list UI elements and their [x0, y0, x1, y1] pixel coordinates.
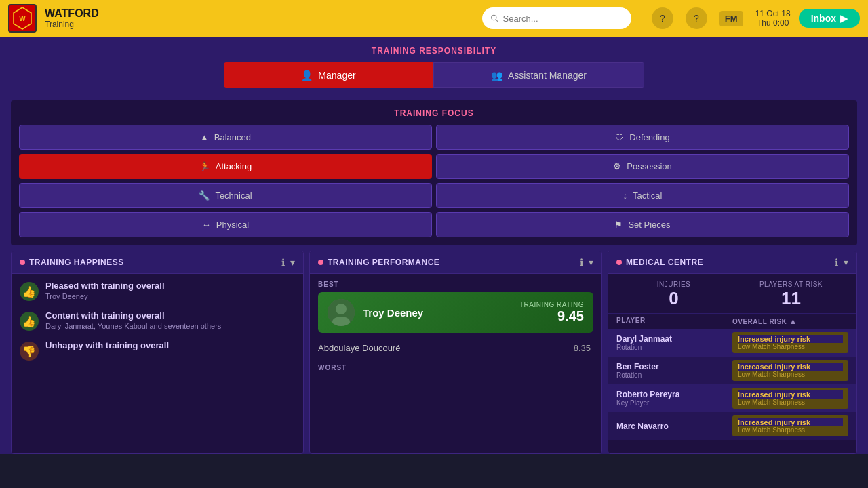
- happiness-dot: [20, 260, 25, 265]
- focus-defending[interactable]: 🛡 Defending: [436, 125, 849, 150]
- focus-technical[interactable]: 🔧 Technical: [19, 183, 432, 208]
- bottom-panels: TRAINING HAPPINESS ℹ ▾ 👍 Pleased with tr…: [11, 251, 857, 454]
- training-resp-title: TRAINING RESPONSIBILITY: [11, 46, 857, 56]
- player-col-header: PLAYER: [616, 317, 732, 326]
- medical-controls[interactable]: ℹ ▾: [835, 257, 848, 268]
- player-name-navarro: Marc Navarro: [616, 422, 732, 431]
- medical-collapse-icon[interactable]: ▾: [844, 257, 848, 268]
- risk-row-navarro: Marc Navarro Increased injury risk Low M…: [608, 412, 856, 440]
- performance-controls[interactable]: ℹ ▾: [580, 257, 593, 268]
- happiness-unhappy: 👎 Unhappy with training overall: [20, 340, 295, 361]
- balanced-icon: ▲: [200, 132, 209, 142]
- risk-col-header: OVERALL RISK ▲: [732, 317, 848, 326]
- best-player-avatar: [328, 299, 355, 326]
- search-bar[interactable]: [482, 7, 631, 29]
- assistant-manager-button[interactable]: 👥 Assistant Manager: [433, 62, 644, 88]
- fm-badge: FM: [719, 11, 743, 26]
- risk-status-navarro: Increased injury risk Low Match Sharpnes…: [732, 415, 848, 436]
- top-icons: ? ? FM 11 Oct 18 Thu 0:00: [652, 7, 791, 29]
- help-icon[interactable]: ?: [652, 7, 673, 29]
- player-score: 8.35: [574, 343, 591, 353]
- player-name-janmaat: Daryl Janmaat: [616, 334, 732, 344]
- best-player-name: Troy Deeney: [363, 307, 423, 319]
- tactical-icon: ↕: [623, 190, 628, 201]
- date-display: 11 Oct 18 Thu 0:00: [755, 9, 791, 28]
- risk-status-foster: Increased injury risk Low Match Sharpnes…: [732, 360, 848, 381]
- content-title: Content with training overall: [45, 310, 221, 321]
- performance-scroll[interactable]: Abdoulaye Doucouré 8.35: [318, 340, 593, 357]
- risk-row-pereyra: Roberto Pereyra Key Player Increased inj…: [608, 384, 856, 412]
- risk-status-pereyra: Increased injury risk Low Match Sharpnes…: [732, 388, 848, 409]
- possession-icon: ⚙: [613, 161, 621, 171]
- setpieces-icon: ⚑: [614, 220, 623, 230]
- svg-line-3: [496, 20, 498, 22]
- focus-attacking[interactable]: 🏃 Attacking: [19, 154, 432, 179]
- happiness-info-icon[interactable]: ℹ: [281, 257, 285, 268]
- medical-info-icon[interactable]: ℹ: [835, 257, 838, 268]
- svg-point-2: [491, 15, 496, 20]
- at-risk-label: PLAYERS AT RISK: [734, 281, 848, 288]
- at-risk-box: PLAYERS AT RISK 11: [734, 281, 848, 309]
- search-icon: [490, 14, 499, 23]
- focus-balanced[interactable]: ▲ Balanced: [19, 125, 432, 150]
- physical-icon: ↔: [202, 220, 211, 230]
- info-icon[interactable]: ?: [686, 7, 707, 29]
- unhappy-title: Unhappy with training overall: [45, 340, 169, 350]
- risk-rows: Daryl Janmaat Rotation Increased injury …: [608, 329, 856, 440]
- happiness-pleased: 👍 Pleased with training overall Troy Dee…: [20, 281, 295, 301]
- player-name: Abdoulaye Doucouré: [318, 343, 400, 353]
- focus-setpieces[interactable]: ⚑ Set Pieces: [436, 212, 849, 237]
- performance-body: BEST Troy Deeney TRAINING RATING 9.45: [310, 274, 601, 382]
- pleased-title: Pleased with training overall: [45, 281, 165, 291]
- attacking-icon: 🏃: [199, 161, 210, 171]
- club-name: WATFORD: [45, 7, 99, 20]
- injuries-label: INJURIES: [616, 281, 731, 288]
- performance-title: TRAINING PERFORMANCE: [318, 258, 439, 267]
- player-role-pereyra: Key Player: [616, 399, 732, 407]
- topbar: W WATFORD Training ? ? FM 11 Oct 18 Thu …: [0, 0, 868, 37]
- club-info: WATFORD Training: [45, 7, 99, 29]
- performance-collapse-icon[interactable]: ▾: [589, 257, 593, 268]
- happiness-header: TRAINING HAPPINESS ℹ ▾: [12, 251, 303, 274]
- performance-dot: [318, 260, 323, 265]
- performance-header: TRAINING PERFORMANCE ℹ ▾: [310, 251, 601, 274]
- focus-physical[interactable]: ↔ Physical: [19, 212, 432, 237]
- best-label: BEST: [318, 281, 593, 288]
- happiness-collapse-icon[interactable]: ▾: [290, 257, 295, 268]
- injuries-value: 0: [616, 288, 731, 309]
- happiness-controls[interactable]: ℹ ▾: [281, 257, 295, 268]
- training-focus-section: TRAINING FOCUS ▲ Balanced 🛡 Defending 🏃 …: [11, 100, 857, 245]
- risk-row-janmaat: Daryl Janmaat Rotation Increased injury …: [608, 329, 856, 357]
- main-content: TRAINING RESPONSIBILITY 👤 Manager 👥 Assi…: [0, 37, 868, 454]
- player-role-janmaat: Rotation: [616, 344, 732, 351]
- training-performance-panel: TRAINING PERFORMANCE ℹ ▾ BEST: [309, 251, 602, 454]
- manager-icon: 👤: [301, 70, 313, 81]
- inbox-button[interactable]: Inbox ▶: [799, 9, 860, 28]
- svg-point-5: [336, 304, 347, 314]
- club-subtitle: Training: [45, 20, 99, 29]
- defending-icon: 🛡: [615, 132, 624, 142]
- search-input[interactable]: [503, 14, 623, 24]
- focus-tactical[interactable]: ↕ Tactical: [436, 183, 849, 208]
- focus-possession[interactable]: ⚙ Possession: [436, 154, 849, 179]
- player-name-pereyra: Roberto Pereyra: [616, 390, 732, 399]
- technical-icon: 🔧: [199, 190, 210, 201]
- medical-centre-panel: MEDICAL CENTRE ℹ ▾ INJURIES 0 PLAYERS AT…: [608, 251, 857, 454]
- training-happiness-panel: TRAINING HAPPINESS ℹ ▾ 👍 Pleased with tr…: [11, 251, 304, 454]
- medical-stats: INJURIES 0 PLAYERS AT RISK 11: [608, 274, 856, 314]
- assistant-icon: 👥: [491, 70, 502, 81]
- risk-row-foster: Ben Foster Rotation Increased injury ris…: [608, 357, 856, 384]
- content-sub: Daryl Janmaat, Younes Kaboul and sevente…: [45, 322, 221, 330]
- pleased-icon: 👍: [20, 282, 39, 301]
- worst-label: WORST: [318, 364, 593, 371]
- risk-table-header: PLAYER OVERALL RISK ▲: [608, 314, 856, 329]
- svg-text:W: W: [19, 15, 26, 22]
- sort-arrow[interactable]: ▲: [789, 317, 797, 326]
- performance-info-icon[interactable]: ℹ: [580, 257, 583, 268]
- responsibility-buttons: 👤 Manager 👥 Assistant Manager: [224, 62, 644, 88]
- manager-button[interactable]: 👤 Manager: [224, 62, 433, 88]
- happiness-content: 👍 Content with training overall Daryl Ja…: [20, 310, 295, 331]
- pleased-sub: Troy Deeney: [45, 292, 165, 300]
- best-player-rating-box: TRAINING RATING 9.45: [519, 301, 584, 324]
- risk-status-janmaat: Increased injury risk Low Match Sharpnes…: [732, 332, 848, 353]
